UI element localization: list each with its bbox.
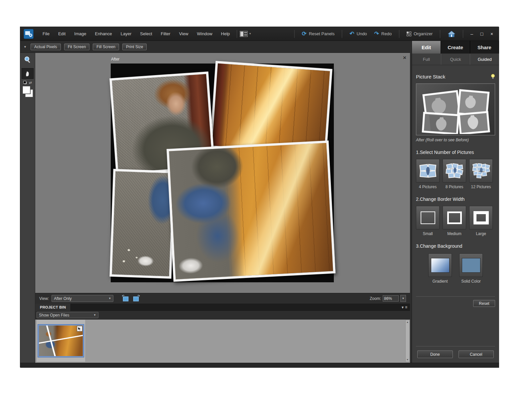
menu-item-file[interactable]: File [38,27,54,41]
zoom-input[interactable] [383,295,399,302]
redo-icon: ↷ [374,31,379,37]
menu-item-layer[interactable]: Layer [116,27,136,41]
tab-edit[interactable]: Edit [412,41,441,54]
step-1-title: 1.Select Number of Pictures [416,150,495,155]
bin-scrollbar[interactable]: ▲ ▼ [405,320,410,362]
collage-photo-bottom[interactable] [167,141,335,282]
option-gradient-label: Gradient [432,279,448,284]
reset-button[interactable]: Reset [473,300,495,307]
rotate-right-button[interactable]: ↷ [132,295,140,302]
option-8-pictures-label: 8 Pictures [446,185,463,189]
close-button[interactable]: × [488,27,496,41]
hand-tool[interactable] [22,68,34,79]
option-4-pictures-button[interactable] [416,159,440,183]
arrange-caret-icon: ▼ [249,32,251,35]
canvas-area: After × [35,53,410,293]
menu-item-help[interactable]: Help [217,27,234,41]
preview-box[interactable] [416,83,495,135]
bin-menu-button[interactable]: ▼ ≡ [401,305,407,310]
menu-bar: File Edit Image Enhance Layer Select Fil… [20,27,499,41]
show-open-files-select[interactable]: Show Open Files ▼ [37,312,98,318]
maximize-button[interactable]: □ [478,27,486,41]
option-solid-color-button[interactable] [459,253,483,277]
rotate-left-button[interactable]: ↶ [122,295,129,302]
tab-create[interactable]: Create [441,41,470,54]
panel-tabs: Edit Create Share [412,41,499,54]
divider [399,30,399,38]
zoom-label: Zoom: [370,296,381,301]
app-window: File Edit Image Enhance Layer Select Fil… [20,27,499,367]
zoom-tool[interactable] [24,56,31,65]
option-12-pictures-label: 12 Pictures [471,185,491,189]
fit-screen-button[interactable]: Fit Screen [64,44,90,50]
subtab-guided[interactable]: Guided [470,54,499,65]
undo-icon: ↶ [349,31,354,37]
border-width-options: Small Medium Large [416,206,495,236]
small-border-icon [421,211,435,224]
option-8-pictures-button[interactable] [443,159,466,183]
done-button[interactable]: Done [417,350,453,358]
tool-options-bar: ▼ Actual Pixels Fit Screen Fill Screen P… [20,41,410,53]
home-button[interactable] [445,27,458,41]
arrange-layout-icon [240,31,248,37]
option-medium-border-button[interactable] [443,206,466,229]
picture-count-options: 4 Pictures [416,159,495,189]
option-12-pictures-button[interactable] [469,159,493,183]
collage-photo-bottom-left[interactable] [109,169,175,279]
view-select[interactable]: After Only ▼ [52,295,113,302]
option-4-pictures-label: 4 Pictures [419,185,437,189]
page-title: Picture Stack [416,74,445,79]
project-bin-title: PROJECT BIN [40,305,66,309]
menu-item-filter[interactable]: Filter [157,27,175,41]
subtab-full[interactable]: Full [412,54,441,65]
bin-item-cell[interactable] [37,320,85,362]
menu-item-image[interactable]: Image [70,27,90,41]
option-gradient-button[interactable] [428,253,452,277]
menu-bar-right: ⟳ Reset Panels ↶ Undo ↷ Redo Organizer [292,27,499,41]
toolbox: ⇄ [20,53,35,363]
menu-item-enhance[interactable]: Enhance [91,27,116,41]
bin-items: ▲ ▼ [35,320,410,362]
edit-panel: Edit Create Share Full Quick Guided Pict… [412,41,499,363]
menu-item-view[interactable]: View [175,27,193,41]
picture-stack-preview-image [419,85,492,134]
minimize-button[interactable]: – [468,27,476,41]
menu-item-select[interactable]: Select [136,27,156,41]
option-large-border-button[interactable] [469,206,493,229]
scroll-down-icon[interactable]: ▼ [406,358,409,362]
project-bin-tab[interactable]: PROJECT BIN [35,304,71,311]
view-label: View: [39,296,49,301]
zoom-dropdown-button[interactable]: ▼ [400,295,406,302]
option-small-border-button[interactable] [416,206,440,229]
gradient-swatch-icon [431,258,450,273]
actual-pixels-button[interactable]: Actual Pixels [31,44,61,50]
arrange-layout-button[interactable]: ▼ [240,31,251,37]
print-size-button[interactable]: Print Size [122,44,147,50]
scroll-up-icon[interactable]: ▲ [406,320,409,324]
cancel-button[interactable]: Cancel [459,350,494,358]
chevron-down-icon: ▼ [108,297,111,300]
subtab-quick[interactable]: Quick [441,54,470,65]
reset-panels-button[interactable]: ⟳ Reset Panels [299,27,337,41]
bin-thumbnail[interactable] [38,325,84,357]
option-solid-color-label: Solid Color [461,279,481,284]
canvas-close-icon[interactable]: × [403,55,406,61]
foreground-color-swatch[interactable] [23,86,30,94]
tool-options-caret-icon[interactable]: ▼ [24,45,27,49]
fill-screen-button[interactable]: Fill Screen [93,44,119,50]
swap-colors-icon[interactable]: ⇄ [29,81,32,84]
default-colors-icon[interactable] [23,81,27,84]
tip-lightbulb-icon[interactable] [491,74,495,79]
organizer-button[interactable]: Organizer [404,27,435,41]
twelve-pictures-icon [472,163,490,179]
chevron-down-icon: ▼ [402,297,405,300]
tab-share[interactable]: Share [470,41,499,54]
undo-button[interactable]: ↶ Undo [347,27,369,41]
four-pictures-icon [419,164,437,178]
menu-item-window[interactable]: Window [193,27,216,41]
redo-button[interactable]: ↷ Redo [372,27,394,41]
menu-item-edit[interactable]: Edit [54,27,70,41]
color-swatches [22,86,33,97]
large-border-icon [473,211,489,224]
view-bar: View: After Only ▼ ↶ ↷ Zoom: ▼ [35,293,410,304]
